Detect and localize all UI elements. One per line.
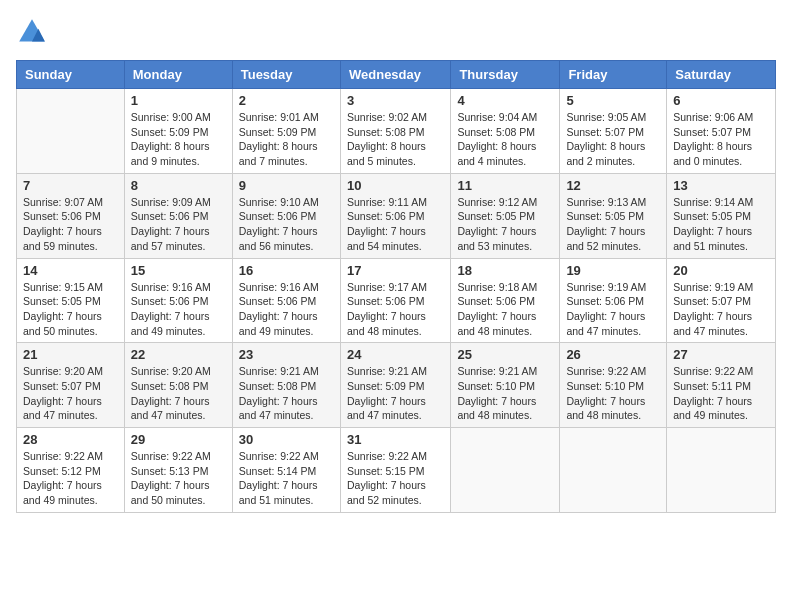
day-number: 8 <box>131 178 226 193</box>
page-header <box>16 16 776 48</box>
day-info: Sunrise: 9:04 AMSunset: 5:08 PMDaylight:… <box>457 110 553 169</box>
calendar-cell: 8Sunrise: 9:09 AMSunset: 5:06 PMDaylight… <box>124 173 232 258</box>
calendar-cell: 10Sunrise: 9:11 AMSunset: 5:06 PMDayligh… <box>340 173 450 258</box>
calendar-cell: 17Sunrise: 9:17 AMSunset: 5:06 PMDayligh… <box>340 258 450 343</box>
day-info: Sunrise: 9:00 AMSunset: 5:09 PMDaylight:… <box>131 110 226 169</box>
calendar-cell: 25Sunrise: 9:21 AMSunset: 5:10 PMDayligh… <box>451 343 560 428</box>
day-number: 24 <box>347 347 444 362</box>
calendar-table: SundayMondayTuesdayWednesdayThursdayFrid… <box>16 60 776 513</box>
calendar-cell: 28Sunrise: 9:22 AMSunset: 5:12 PMDayligh… <box>17 428 125 513</box>
calendar-cell <box>667 428 776 513</box>
column-header-sunday: Sunday <box>17 61 125 89</box>
day-number: 9 <box>239 178 334 193</box>
column-header-tuesday: Tuesday <box>232 61 340 89</box>
day-number: 27 <box>673 347 769 362</box>
day-info: Sunrise: 9:07 AMSunset: 5:06 PMDaylight:… <box>23 195 118 254</box>
day-info: Sunrise: 9:15 AMSunset: 5:05 PMDaylight:… <box>23 280 118 339</box>
day-info: Sunrise: 9:11 AMSunset: 5:06 PMDaylight:… <box>347 195 444 254</box>
calendar-cell: 2Sunrise: 9:01 AMSunset: 5:09 PMDaylight… <box>232 89 340 174</box>
day-info: Sunrise: 9:22 AMSunset: 5:13 PMDaylight:… <box>131 449 226 508</box>
day-info: Sunrise: 9:21 AMSunset: 5:09 PMDaylight:… <box>347 364 444 423</box>
day-number: 28 <box>23 432 118 447</box>
calendar-header-row: SundayMondayTuesdayWednesdayThursdayFrid… <box>17 61 776 89</box>
calendar-cell: 1Sunrise: 9:00 AMSunset: 5:09 PMDaylight… <box>124 89 232 174</box>
day-number: 21 <box>23 347 118 362</box>
day-number: 13 <box>673 178 769 193</box>
calendar-cell: 18Sunrise: 9:18 AMSunset: 5:06 PMDayligh… <box>451 258 560 343</box>
calendar-cell: 29Sunrise: 9:22 AMSunset: 5:13 PMDayligh… <box>124 428 232 513</box>
calendar-cell: 14Sunrise: 9:15 AMSunset: 5:05 PMDayligh… <box>17 258 125 343</box>
day-number: 15 <box>131 263 226 278</box>
calendar-cell <box>17 89 125 174</box>
day-number: 11 <box>457 178 553 193</box>
day-info: Sunrise: 9:21 AMSunset: 5:10 PMDaylight:… <box>457 364 553 423</box>
day-info: Sunrise: 9:12 AMSunset: 5:05 PMDaylight:… <box>457 195 553 254</box>
column-header-saturday: Saturday <box>667 61 776 89</box>
day-number: 22 <box>131 347 226 362</box>
day-info: Sunrise: 9:22 AMSunset: 5:14 PMDaylight:… <box>239 449 334 508</box>
day-info: Sunrise: 9:22 AMSunset: 5:15 PMDaylight:… <box>347 449 444 508</box>
day-info: Sunrise: 9:22 AMSunset: 5:10 PMDaylight:… <box>566 364 660 423</box>
calendar-cell: 13Sunrise: 9:14 AMSunset: 5:05 PMDayligh… <box>667 173 776 258</box>
calendar-cell: 20Sunrise: 9:19 AMSunset: 5:07 PMDayligh… <box>667 258 776 343</box>
day-info: Sunrise: 9:16 AMSunset: 5:06 PMDaylight:… <box>131 280 226 339</box>
calendar-cell: 19Sunrise: 9:19 AMSunset: 5:06 PMDayligh… <box>560 258 667 343</box>
day-number: 30 <box>239 432 334 447</box>
day-info: Sunrise: 9:17 AMSunset: 5:06 PMDaylight:… <box>347 280 444 339</box>
calendar-cell: 12Sunrise: 9:13 AMSunset: 5:05 PMDayligh… <box>560 173 667 258</box>
day-number: 1 <box>131 93 226 108</box>
column-header-monday: Monday <box>124 61 232 89</box>
calendar-week-row: 28Sunrise: 9:22 AMSunset: 5:12 PMDayligh… <box>17 428 776 513</box>
day-info: Sunrise: 9:16 AMSunset: 5:06 PMDaylight:… <box>239 280 334 339</box>
day-info: Sunrise: 9:02 AMSunset: 5:08 PMDaylight:… <box>347 110 444 169</box>
day-number: 18 <box>457 263 553 278</box>
day-number: 2 <box>239 93 334 108</box>
calendar-week-row: 14Sunrise: 9:15 AMSunset: 5:05 PMDayligh… <box>17 258 776 343</box>
calendar-cell: 9Sunrise: 9:10 AMSunset: 5:06 PMDaylight… <box>232 173 340 258</box>
logo <box>16 16 52 48</box>
calendar-cell: 27Sunrise: 9:22 AMSunset: 5:11 PMDayligh… <box>667 343 776 428</box>
day-info: Sunrise: 9:20 AMSunset: 5:07 PMDaylight:… <box>23 364 118 423</box>
day-number: 3 <box>347 93 444 108</box>
day-number: 19 <box>566 263 660 278</box>
day-number: 16 <box>239 263 334 278</box>
day-number: 4 <box>457 93 553 108</box>
calendar-cell: 26Sunrise: 9:22 AMSunset: 5:10 PMDayligh… <box>560 343 667 428</box>
day-number: 5 <box>566 93 660 108</box>
day-info: Sunrise: 9:10 AMSunset: 5:06 PMDaylight:… <box>239 195 334 254</box>
day-info: Sunrise: 9:21 AMSunset: 5:08 PMDaylight:… <box>239 364 334 423</box>
day-info: Sunrise: 9:06 AMSunset: 5:07 PMDaylight:… <box>673 110 769 169</box>
calendar-cell: 3Sunrise: 9:02 AMSunset: 5:08 PMDaylight… <box>340 89 450 174</box>
day-number: 12 <box>566 178 660 193</box>
calendar-week-row: 7Sunrise: 9:07 AMSunset: 5:06 PMDaylight… <box>17 173 776 258</box>
day-info: Sunrise: 9:19 AMSunset: 5:07 PMDaylight:… <box>673 280 769 339</box>
column-header-thursday: Thursday <box>451 61 560 89</box>
day-number: 31 <box>347 432 444 447</box>
day-info: Sunrise: 9:19 AMSunset: 5:06 PMDaylight:… <box>566 280 660 339</box>
calendar-cell: 24Sunrise: 9:21 AMSunset: 5:09 PMDayligh… <box>340 343 450 428</box>
day-info: Sunrise: 9:22 AMSunset: 5:12 PMDaylight:… <box>23 449 118 508</box>
day-number: 20 <box>673 263 769 278</box>
calendar-cell: 5Sunrise: 9:05 AMSunset: 5:07 PMDaylight… <box>560 89 667 174</box>
day-info: Sunrise: 9:13 AMSunset: 5:05 PMDaylight:… <box>566 195 660 254</box>
calendar-cell: 15Sunrise: 9:16 AMSunset: 5:06 PMDayligh… <box>124 258 232 343</box>
calendar-cell: 31Sunrise: 9:22 AMSunset: 5:15 PMDayligh… <box>340 428 450 513</box>
day-number: 10 <box>347 178 444 193</box>
calendar-cell <box>451 428 560 513</box>
calendar-cell: 7Sunrise: 9:07 AMSunset: 5:06 PMDaylight… <box>17 173 125 258</box>
day-number: 17 <box>347 263 444 278</box>
day-info: Sunrise: 9:20 AMSunset: 5:08 PMDaylight:… <box>131 364 226 423</box>
column-header-friday: Friday <box>560 61 667 89</box>
calendar-cell: 30Sunrise: 9:22 AMSunset: 5:14 PMDayligh… <box>232 428 340 513</box>
calendar-cell: 21Sunrise: 9:20 AMSunset: 5:07 PMDayligh… <box>17 343 125 428</box>
day-number: 6 <box>673 93 769 108</box>
calendar-cell: 11Sunrise: 9:12 AMSunset: 5:05 PMDayligh… <box>451 173 560 258</box>
day-info: Sunrise: 9:01 AMSunset: 5:09 PMDaylight:… <box>239 110 334 169</box>
calendar-cell: 4Sunrise: 9:04 AMSunset: 5:08 PMDaylight… <box>451 89 560 174</box>
calendar-week-row: 21Sunrise: 9:20 AMSunset: 5:07 PMDayligh… <box>17 343 776 428</box>
day-number: 7 <box>23 178 118 193</box>
calendar-cell <box>560 428 667 513</box>
day-info: Sunrise: 9:09 AMSunset: 5:06 PMDaylight:… <box>131 195 226 254</box>
day-info: Sunrise: 9:18 AMSunset: 5:06 PMDaylight:… <box>457 280 553 339</box>
day-number: 14 <box>23 263 118 278</box>
